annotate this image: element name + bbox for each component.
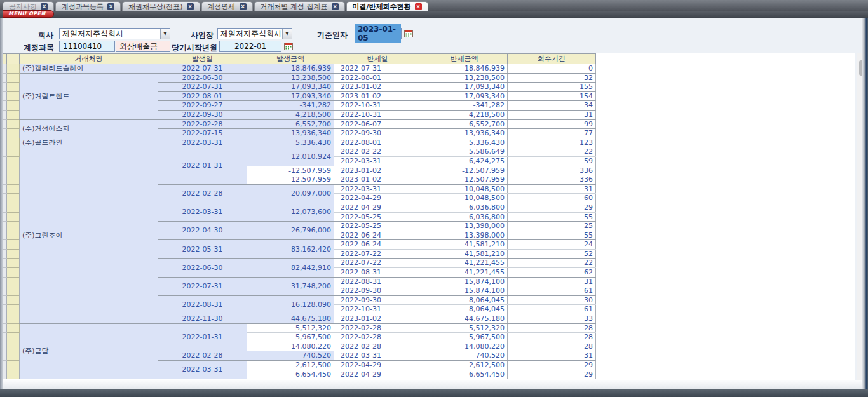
collect-days-cell[interactable]: 33 <box>508 314 596 324</box>
row-selector-cell[interactable] <box>7 351 20 361</box>
occur-date-cell[interactable]: 2022-07-31 <box>158 277 247 295</box>
row-selector-cell[interactable] <box>7 175 20 185</box>
occur-amount-cell[interactable]: 12,507,959 <box>247 175 334 185</box>
settle-amount-cell[interactable]: 41,581,210 <box>421 249 508 259</box>
chevron-down-icon[interactable]: ▼ <box>282 29 292 39</box>
settle-amount-cell[interactable]: 6,036,800 <box>421 212 508 222</box>
row-selector-cell[interactable] <box>7 277 20 286</box>
settle-date-cell[interactable]: 2022-04-29 <box>334 361 421 370</box>
collect-days-cell[interactable]: 62 <box>508 268 596 278</box>
settle-amount-cell[interactable]: 13,398,000 <box>421 222 508 231</box>
collect-days-cell[interactable]: 31 <box>508 277 596 286</box>
occur-date-cell[interactable]: 2022-07-31 <box>158 83 247 92</box>
occur-date-cell[interactable]: 2022-11-30 <box>158 314 247 324</box>
row-selector-cell[interactable] <box>7 194 20 203</box>
occur-amount-cell[interactable]: 44,675,180 <box>247 314 334 324</box>
occur-date-cell[interactable]: 2022-06-30 <box>158 73 247 83</box>
settle-amount-cell[interactable]: -341,282 <box>421 101 508 111</box>
occur-amount-cell[interactable]: 13,936,340 <box>247 129 334 138</box>
settle-amount-cell[interactable]: 14,080,220 <box>421 342 508 351</box>
settle-date-cell[interactable]: 2022-08-31 <box>334 268 421 278</box>
settle-amount-cell[interactable]: 6,654,450 <box>421 370 508 379</box>
tab-2[interactable]: 채권채무장(전표)× <box>122 1 200 11</box>
settle-date-cell[interactable]: 2022-02-28 <box>334 342 421 351</box>
tab-close-icon[interactable]: × <box>187 3 194 10</box>
occur-amount-cell[interactable]: 5,336,430 <box>247 138 334 147</box>
customer-name-cell[interactable]: (주)거성에스지 <box>20 119 158 138</box>
settle-date-cell[interactable]: 2022-05-25 <box>334 212 421 222</box>
occur-amount-cell[interactable]: 12,010,924 <box>247 147 334 166</box>
occur-amount-cell[interactable]: 13,238,500 <box>247 73 334 83</box>
collect-days-cell[interactable]: 24 <box>508 240 596 250</box>
occur-amount-cell[interactable]: 17,093,340 <box>247 83 334 92</box>
row-selector-cell[interactable] <box>7 370 20 379</box>
occur-amount-cell[interactable]: -18,846,939 <box>247 64 334 74</box>
company-select[interactable]: 제일저지주식회사 ▼ <box>59 28 170 39</box>
row-selector-cell[interactable] <box>7 314 20 324</box>
collect-days-cell[interactable]: 59 <box>508 156 596 166</box>
settle-date-cell[interactable]: 2022-02-28 <box>334 323 421 333</box>
collect-days-cell[interactable]: 52 <box>508 249 596 259</box>
occur-date-cell[interactable]: 2022-09-30 <box>158 110 247 119</box>
row-selector-cell[interactable] <box>7 342 20 351</box>
collect-days-cell[interactable]: 25 <box>508 222 596 231</box>
calendar-icon[interactable] <box>404 29 413 37</box>
settle-date-cell[interactable]: 2022-02-28 <box>334 333 421 342</box>
settle-date-cell[interactable]: 2022-10-31 <box>334 101 421 111</box>
occur-amount-cell[interactable]: 4,218,500 <box>247 110 334 119</box>
settle-date-cell[interactable]: 2022-02-22 <box>334 147 421 157</box>
menu-open-button[interactable]: MENU OPEN <box>3 10 54 18</box>
occur-date-cell[interactable]: 2022-08-01 <box>158 91 247 101</box>
customer-name-cell[interactable]: (주)골드라인 <box>20 138 158 147</box>
tab-5[interactable]: 미결/반제회수현황× <box>346 1 428 11</box>
occur-amount-cell[interactable]: 31,748,200 <box>247 277 334 295</box>
row-selector-cell[interactable] <box>7 231 20 240</box>
settle-date-cell[interactable]: 2022-07-22 <box>334 249 421 259</box>
settle-date-cell[interactable]: 2023-01-02 <box>334 166 421 175</box>
collect-days-cell[interactable]: 28 <box>508 342 596 351</box>
collect-days-cell[interactable]: 61 <box>508 305 596 314</box>
settle-amount-cell[interactable]: -18,846,939 <box>421 64 508 74</box>
settle-date-cell[interactable]: 2022-09-30 <box>334 295 421 305</box>
settle-amount-cell[interactable]: 13,238,500 <box>421 73 508 83</box>
row-selector-cell[interactable] <box>7 286 20 296</box>
settle-amount-cell[interactable]: 4,218,500 <box>421 110 508 119</box>
grid-header-cell[interactable]: 반제금액 <box>421 54 508 64</box>
occur-amount-cell[interactable]: 5,967,500 <box>247 333 334 342</box>
occur-date-cell[interactable]: 2022-06-30 <box>158 259 247 277</box>
settle-amount-cell[interactable]: 44,675,180 <box>421 314 508 324</box>
collect-days-cell[interactable]: 28 <box>508 323 596 333</box>
base-date-input[interactable]: 2023-01-05 <box>355 28 402 39</box>
row-selector-cell[interactable] <box>7 83 20 92</box>
tab-close-icon[interactable]: × <box>240 3 247 10</box>
row-selector-cell[interactable] <box>7 184 20 194</box>
occur-amount-cell[interactable]: 6,654,450 <box>247 370 334 379</box>
settle-date-cell[interactable]: 2022-08-01 <box>334 73 421 83</box>
settle-amount-cell[interactable]: 41,221,455 <box>421 268 508 278</box>
row-selector-cell[interactable] <box>7 73 20 83</box>
collect-days-cell[interactable]: 31 <box>508 184 596 194</box>
occur-amount-cell[interactable]: 14,080,220 <box>247 342 334 351</box>
site-select[interactable]: 제일저지주식회사 ▼ <box>217 28 292 39</box>
occur-amount-cell[interactable]: 20,097,000 <box>247 184 334 203</box>
occur-date-cell[interactable]: 2022-02-28 <box>158 351 247 361</box>
collect-days-cell[interactable]: 31 <box>508 110 596 119</box>
occur-amount-cell[interactable]: 740,520 <box>247 351 334 361</box>
chevron-down-icon[interactable]: ▼ <box>160 29 170 39</box>
row-selector-cell[interactable] <box>7 101 20 111</box>
settle-amount-cell[interactable]: 10,048,500 <box>421 184 508 194</box>
occur-amount-cell[interactable]: 83,162,420 <box>247 240 334 259</box>
row-selector-cell[interactable] <box>7 268 20 278</box>
collect-days-cell[interactable]: 34 <box>508 101 596 111</box>
collect-days-cell[interactable]: 0 <box>508 64 596 74</box>
settle-date-cell[interactable]: 2023-01-02 <box>334 91 421 101</box>
collect-days-cell[interactable]: 154 <box>508 91 596 101</box>
occur-amount-cell[interactable]: 26,796,000 <box>247 222 334 240</box>
account-code-input[interactable]: 11100410 <box>59 41 115 52</box>
customer-name-cell[interactable]: (주)그린조이 <box>20 147 158 323</box>
horizontal-scrollbar[interactable] <box>3 380 865 389</box>
occur-amount-cell[interactable]: 82,442,910 <box>247 259 334 277</box>
grid-row[interactable]: (주)갤러리드슬레이2022-07-31-18,846,9392022-07-3… <box>3 64 596 74</box>
occur-date-cell[interactable]: 2022-02-28 <box>158 119 247 129</box>
row-selector-cell[interactable] <box>7 212 20 222</box>
